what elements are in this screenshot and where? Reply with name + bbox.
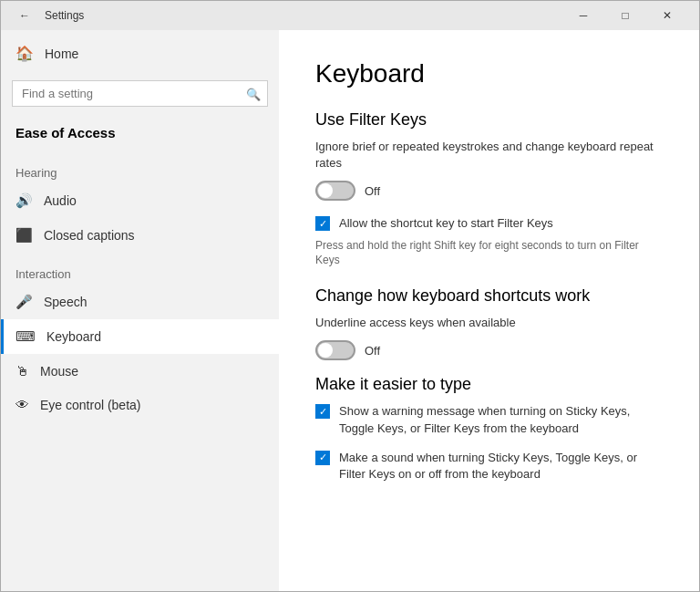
sticky-keys-sound-row: ✓ Make a sound when turning Sticky Keys,… <box>315 450 663 483</box>
sticky-keys-sound-label: Make a sound when turning Sticky Keys, T… <box>339 450 663 483</box>
sidebar-item-home[interactable]: 🏠 Home <box>1 30 279 77</box>
filter-keys-toggle[interactable] <box>315 181 355 201</box>
checkmark-icon-2: ✓ <box>319 407 327 417</box>
filter-keys-toggle-thumb <box>318 183 333 198</box>
shortcuts-toggle[interactable] <box>315 340 355 360</box>
shortcuts-toggle-thumb <box>318 343 333 358</box>
keyboard-icon: ⌨ <box>15 328 36 345</box>
filter-keys-toggle-label: Off <box>365 184 380 198</box>
search-container: 🔍 <box>12 80 268 107</box>
content-area: 🏠 Home 🔍 Ease of Access Hearing 🔊 Audio … <box>1 30 699 591</box>
filter-keys-hint: Press and hold the right Shift key for e… <box>315 238 663 269</box>
main-content: Keyboard Use Filter Keys Ignore brief or… <box>279 30 699 591</box>
shortcuts-toggle-row: Off <box>315 340 663 360</box>
search-input[interactable] <box>12 80 268 107</box>
search-icon: 🔍 <box>246 87 261 100</box>
easier-type-title: Make it easier to type <box>315 375 663 394</box>
sidebar-speech-label: Speech <box>44 295 87 309</box>
sidebar: 🏠 Home 🔍 Ease of Access Hearing 🔊 Audio … <box>1 30 279 591</box>
sidebar-home-label: Home <box>45 47 78 61</box>
filter-keys-desc: Ignore brief or repeated keystrokes and … <box>315 139 663 171</box>
titlebar: ← Settings ─ □ ✕ <box>1 1 699 30</box>
sidebar-item-mouse[interactable]: 🖱 Mouse <box>1 354 279 388</box>
sidebar-item-keyboard[interactable]: ⌨ Keyboard <box>1 319 279 354</box>
sidebar-audio-label: Audio <box>44 193 77 208</box>
section-interaction-label: Interaction <box>1 253 279 285</box>
sidebar-item-eye-control[interactable]: 👁 Eye control (beta) <box>1 388 279 421</box>
checkmark-icon: ✓ <box>319 219 327 229</box>
eye-icon: 👁 <box>15 397 29 412</box>
window-title: Settings <box>37 9 562 22</box>
sidebar-eye-label: Eye control (beta) <box>40 398 141 412</box>
section-hearing-label: Hearing <box>1 151 279 183</box>
minimize-button[interactable]: ─ <box>562 1 604 30</box>
mouse-icon: 🖱 <box>15 363 29 379</box>
checkmark-icon-3: ✓ <box>319 452 327 462</box>
sticky-keys-warning-label: Show a warning message when turning on S… <box>339 403 663 436</box>
back-button[interactable]: ← <box>12 3 37 28</box>
window: ← Settings ─ □ ✕ 🏠 Home 🔍 E <box>0 0 700 592</box>
home-icon: 🏠 <box>15 45 34 62</box>
maximize-button[interactable]: □ <box>604 1 646 30</box>
sidebar-item-speech[interactable]: 🎤 Speech <box>1 285 279 319</box>
page-title: Keyboard <box>315 59 663 88</box>
sticky-keys-sound-checkbox[interactable]: ✓ <box>315 451 330 465</box>
filter-keys-shortcut-checkbox[interactable]: ✓ <box>315 216 330 231</box>
shortcuts-toggle-label: Off <box>365 344 380 358</box>
captions-icon: ⬛ <box>15 227 33 244</box>
speech-icon: 🎤 <box>15 294 33 310</box>
close-button[interactable]: ✕ <box>646 1 688 30</box>
shortcuts-desc: Underline access keys when available <box>315 315 663 331</box>
filter-keys-toggle-row: Off <box>315 181 663 201</box>
sidebar-item-audio[interactable]: 🔊 Audio <box>1 183 279 218</box>
category-title: Ease of Access <box>1 121 279 151</box>
filter-keys-title: Use Filter Keys <box>315 110 663 130</box>
sidebar-captions-label: Closed captions <box>44 228 135 243</box>
window-controls: ─ □ ✕ <box>562 1 688 30</box>
sidebar-keyboard-label: Keyboard <box>46 329 101 344</box>
sidebar-item-captions[interactable]: ⬛ Closed captions <box>1 218 279 253</box>
filter-keys-checkbox-row: ✓ Allow the shortcut key to start Filter… <box>315 215 663 232</box>
audio-icon: 🔊 <box>15 192 33 209</box>
sticky-keys-warning-checkbox[interactable]: ✓ <box>315 404 330 419</box>
sidebar-mouse-label: Mouse <box>40 364 78 379</box>
sticky-keys-warning-row: ✓ Show a warning message when turning on… <box>315 403 663 436</box>
shortcuts-title: Change how keyboard shortcuts work <box>315 286 663 306</box>
filter-keys-shortcut-label: Allow the shortcut key to start Filter K… <box>339 215 553 232</box>
